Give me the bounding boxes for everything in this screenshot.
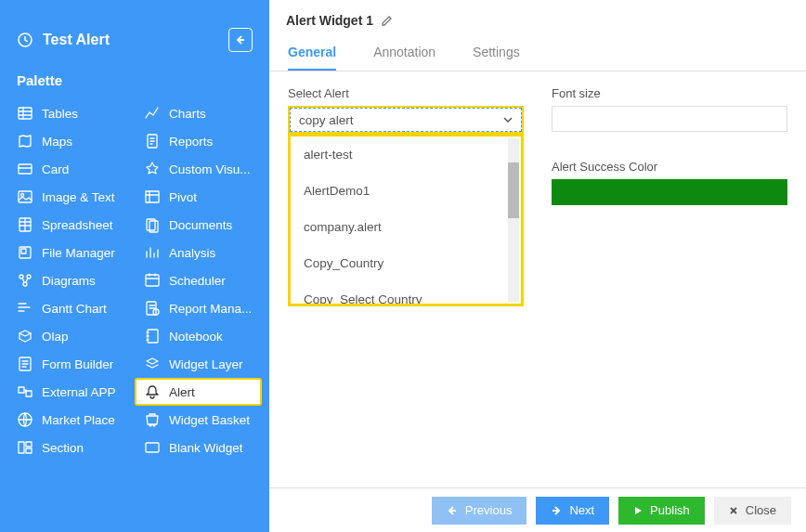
olap-icon: [17, 328, 33, 344]
palette-item-card[interactable]: Card: [7, 155, 135, 183]
publish-label: Publish: [650, 503, 690, 517]
palette-item-documents[interactable]: Documents: [135, 211, 262, 239]
select-alert-value: copy alert: [299, 113, 354, 127]
basket-icon: [144, 411, 161, 428]
palette-item-section[interactable]: Section: [7, 434, 135, 461]
palette-item-spreadsheet[interactable]: Spreadsheet: [7, 211, 135, 239]
arrow-right-icon: [551, 505, 562, 516]
tab-general[interactable]: General: [288, 45, 336, 71]
svg-rect-3: [19, 164, 32, 174]
palette-item-alert[interactable]: Alert: [135, 378, 262, 406]
close-button[interactable]: Close: [714, 497, 791, 525]
widget-header: Alert Widget 1: [269, 0, 806, 28]
palette-item-file[interactable]: File Manager: [7, 239, 135, 266]
palette-item-label: Reports: [169, 135, 213, 149]
palette-grid: TablesChartsMapsReportsCardCustom Visu..…: [0, 99, 269, 461]
analysis-icon: [144, 244, 161, 261]
edit-icon[interactable]: [381, 15, 393, 27]
spreadsheet-icon: [17, 216, 33, 233]
svg-point-5: [21, 194, 24, 197]
palette-item-custom[interactable]: Custom Visu...: [135, 155, 262, 183]
back-button[interactable]: [228, 28, 253, 52]
select-alert-label: Select Alert: [288, 86, 524, 100]
palette-item-label: Spreadsheet: [42, 218, 113, 232]
svg-point-14: [23, 282, 27, 286]
palette-item-label: Widget Layer: [169, 357, 243, 371]
palette-item-notebook[interactable]: Notebook: [135, 322, 262, 350]
palette-item-pivot[interactable]: Pivot: [135, 183, 262, 211]
palette-item-diagram[interactable]: Diagrams: [7, 266, 135, 294]
svg-rect-24: [26, 442, 32, 447]
dashboard-icon: [17, 32, 33, 48]
palette-item-label: Charts: [169, 107, 206, 121]
svg-rect-23: [19, 442, 24, 453]
left-column: Select Alert copy alert alert-testAlertD…: [288, 86, 524, 473]
notebook-icon: [144, 328, 161, 344]
previous-label: Previous: [465, 503, 513, 517]
svg-rect-26: [146, 443, 159, 452]
market-icon: [17, 411, 33, 428]
alert-icon: [144, 383, 161, 400]
palette-item-market[interactable]: Market Place: [7, 406, 135, 434]
palette-item-label: Form Builder: [42, 357, 113, 371]
palette-item-label: Widget Basket: [169, 413, 250, 427]
palette-item-reports[interactable]: Reports: [135, 127, 262, 155]
palette-item-label: Card: [42, 162, 69, 176]
palette-item-label: Image & Text: [42, 190, 115, 204]
svg-rect-1: [19, 108, 32, 119]
close-icon: [729, 506, 738, 515]
select-alert-input[interactable]: copy alert: [288, 106, 524, 134]
previous-button[interactable]: Previous: [432, 497, 527, 525]
palette-item-gantt[interactable]: Gantt Chart: [7, 294, 135, 322]
play-icon: [633, 506, 643, 515]
svg-rect-21: [26, 391, 32, 396]
dropdown-option[interactable]: Copy_Select Country: [291, 281, 521, 304]
palette-item-reportm[interactable]: Report Mana...: [135, 294, 262, 322]
widget-title: Alert Widget 1: [286, 13, 373, 28]
palette-item-maps[interactable]: Maps: [7, 127, 135, 155]
palette-item-olap[interactable]: Olap: [7, 322, 135, 350]
charts-icon: [144, 105, 161, 122]
palette-item-charts[interactable]: Charts: [135, 99, 262, 127]
chevron-down-icon: [501, 113, 514, 126]
dropdown-option[interactable]: company.alert: [291, 209, 521, 245]
dropdown-option[interactable]: AlertDemo1: [291, 173, 521, 209]
palette-item-label: Report Mana...: [169, 302, 252, 316]
palette-item-analysis[interactable]: Analysis: [135, 239, 262, 266]
layer-icon: [144, 356, 161, 372]
palette-item-form[interactable]: Form Builder: [7, 350, 135, 378]
palette-item-label: Blank Widget: [169, 441, 243, 455]
close-label: Close: [746, 503, 776, 517]
tab-settings[interactable]: Settings: [473, 45, 520, 71]
reports-icon: [144, 133, 161, 149]
palette-item-label: Pivot: [169, 190, 197, 204]
palette-item-scheduler[interactable]: Scheduler: [135, 266, 262, 294]
publish-button[interactable]: Publish: [618, 497, 705, 525]
palette-item-label: Olap: [42, 330, 69, 344]
next-button[interactable]: Next: [536, 497, 609, 525]
tab-annotation[interactable]: Annotation: [373, 45, 436, 71]
sidebar: Test Alert Palette TablesChartsMapsRepor…: [0, 0, 269, 532]
palette-item-layer[interactable]: Widget Layer: [135, 350, 262, 378]
alert-success-color-swatch[interactable]: [552, 179, 787, 205]
gantt-icon: [17, 300, 33, 317]
external-icon: [17, 383, 33, 400]
footer: Previous Next Publish Close: [269, 487, 806, 532]
svg-rect-25: [26, 448, 32, 453]
select-alert-wrap: copy alert alert-testAlertDemo1company.a…: [288, 106, 524, 134]
dropdown-scrollbar-thumb[interactable]: [508, 162, 519, 218]
font-size-input[interactable]: [552, 106, 787, 132]
palette-item-label: Section: [42, 441, 84, 455]
palette-item-tables[interactable]: Tables: [7, 99, 135, 127]
palette-item-blank[interactable]: Blank Widget: [135, 434, 262, 461]
palette-item-image[interactable]: Image & Text: [7, 183, 135, 211]
dropdown-option[interactable]: alert-test: [291, 136, 521, 173]
reportm-icon: [144, 300, 161, 317]
tabs: GeneralAnnotationSettings: [269, 28, 806, 71]
alert-success-color-label: Alert Success Color: [552, 160, 787, 174]
palette-item-label: Tables: [42, 107, 78, 121]
palette-item-external[interactable]: External APP: [7, 378, 135, 406]
dropdown-option[interactable]: Copy_Country: [291, 245, 521, 281]
arrow-left-icon: [447, 505, 458, 516]
palette-item-basket[interactable]: Widget Basket: [135, 406, 262, 434]
